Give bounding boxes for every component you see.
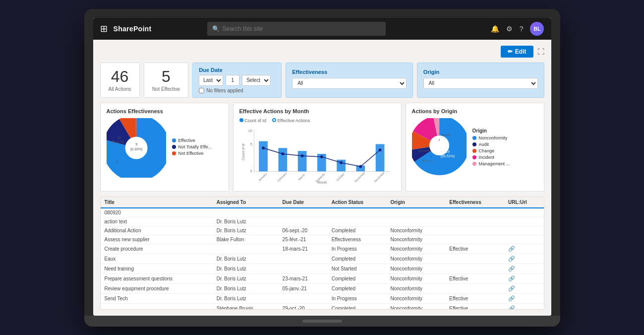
origin-legend-title: Origin: [472, 128, 510, 134]
col-title[interactable]: Title: [101, 197, 213, 208]
laptop-screen: ⊞ SharePoint 🔍 🔔 ⚙ ? BL ✏ Edit ⛶: [93, 18, 551, 316]
pie-right-title: Actions by Origin: [412, 108, 538, 114]
search-bar[interactable]: 🔍: [207, 22, 386, 36]
cell-effectiveness: Effective: [445, 244, 504, 254]
pie-left-title: Actions Effectiveness: [107, 108, 223, 114]
cell-title: Eaux: [101, 254, 213, 264]
svg-text:0: 0: [250, 169, 252, 173]
cell-due: 25-févr.-21: [279, 235, 328, 244]
cell-effectiveness: [445, 208, 504, 217]
edit-label: Edit: [515, 48, 527, 55]
cell-status: Completed: [328, 303, 387, 310]
table-row: Eaux Dr. Boris Lutz Completed Nonconform…: [101, 254, 544, 264]
table-row: Need training Dr. Boris Lutz Not Started…: [101, 264, 544, 273]
svg-text:January: January: [258, 172, 267, 182]
cell-status: Completed: [328, 254, 387, 264]
avatar[interactable]: BL: [530, 22, 544, 36]
col-url[interactable]: URL:Url: [504, 197, 543, 208]
svg-rect-20: [375, 144, 384, 171]
bar-chart-legend: Count of Id Effective Actions: [239, 118, 395, 123]
expand-icon[interactable]: ⛶: [537, 48, 544, 56]
due-date-value-input[interactable]: [226, 75, 239, 86]
table-row: Assess new supplier Blake Fulton 25-févr…: [101, 235, 544, 244]
origin-select[interactable]: All: [423, 78, 538, 89]
cell-status: Completed: [328, 273, 387, 283]
cell-due: [279, 264, 328, 273]
cell-effectiveness: [445, 226, 504, 235]
col-status[interactable]: Action Status: [328, 197, 387, 208]
svg-text:November: November: [354, 171, 365, 182]
col-effectiveness[interactable]: Effectiveness: [445, 197, 504, 208]
link-icon[interactable]: 🔗: [508, 295, 515, 301]
pie-right-container: 2 (6.9%) 3 (10.34%) 4 (13.7...) 19 (65.5…: [412, 118, 538, 178]
cell-assigned: Dr. Boris Lutz: [213, 293, 279, 303]
col-assigned[interactable]: Assigned To: [213, 197, 279, 208]
cell-due: 05-janv.-21: [279, 283, 328, 293]
cell-title: Additional Action: [101, 226, 213, 235]
link-icon[interactable]: 🔗: [508, 305, 515, 310]
legend-not-effective: Not Effective: [172, 151, 212, 156]
cell-assigned: Dr. Boris Lutz: [213, 254, 279, 264]
cell-assigned: Dr. Boris Lutz: [213, 273, 279, 283]
due-date-period-select[interactable]: Select: [242, 75, 271, 86]
cell-status: Completed: [328, 283, 387, 293]
due-date-filter: Due Date Last Select No filters applied: [192, 63, 282, 98]
cell-due: 06-sept.-20: [279, 226, 328, 235]
svg-point-24: [320, 155, 323, 158]
table-row: Review equipment procedure Dr. Boris Lut…: [101, 283, 544, 293]
help-icon[interactable]: ?: [520, 25, 524, 33]
table-row: Create procedure 18-mars-21 In Progress …: [101, 244, 544, 254]
due-date-select[interactable]: Last: [199, 75, 223, 86]
pie-right-svg: 2 (6.9%) 3 (10.34%) 4 (13.7...) 19 (65.5…: [412, 118, 467, 178]
link-icon[interactable]: 🔗: [508, 285, 515, 291]
col-origin[interactable]: Origin: [386, 197, 445, 208]
pie-right-legend: Origin Nonconformity Audit: [472, 128, 510, 168]
charts-row: Actions Effectiveness 3 (8.33%) 2: [100, 103, 544, 192]
laptop-base: [84, 316, 560, 327]
cell-origin: [386, 217, 445, 226]
table-row: Prepare assessment questions Dr. Boris L…: [101, 273, 544, 283]
cell-url: 🔗: [504, 254, 543, 264]
search-input[interactable]: [223, 25, 381, 32]
cell-url: [504, 217, 543, 226]
all-actions-number: 46: [111, 68, 129, 84]
col-due[interactable]: Due Date: [279, 197, 328, 208]
cell-title: Assess new supplier: [101, 235, 213, 244]
cell-assigned: Blake Fulton: [213, 235, 279, 244]
edit-pencil-icon: ✏: [508, 48, 513, 55]
legend-change: Change: [472, 148, 510, 153]
bar-chart-card: Effective Actions by Month Count of Id E…: [233, 103, 402, 192]
svg-text:(6.9%): (6.9%): [441, 134, 450, 136]
settings-icon[interactable]: ⚙: [506, 25, 513, 33]
effectiveness-select[interactable]: All: [292, 78, 407, 89]
main-content: ✏ Edit ⛶ 46 All Actions 5 Not Effective: [93, 40, 551, 316]
no-filters-checkbox[interactable]: [199, 88, 204, 93]
legend-incident: Incident: [472, 155, 510, 160]
link-icon[interactable]: 🔗: [508, 266, 515, 271]
link-icon[interactable]: 🔗: [508, 256, 515, 262]
svg-point-23: [300, 154, 303, 157]
cell-title: Create procedure: [101, 244, 213, 254]
svg-rect-16: [297, 151, 306, 171]
cell-origin: Nonconformity: [386, 293, 445, 303]
data-table: Title Assigned To Due Date Action Status…: [101, 197, 544, 310]
link-icon[interactable]: 🔗: [508, 246, 515, 252]
cell-due: [279, 217, 328, 226]
cell-status: [328, 217, 387, 226]
cell-url: 🔗: [504, 293, 543, 303]
waffle-icon[interactable]: ⊞: [100, 23, 108, 34]
link-icon[interactable]: 🔗: [508, 275, 515, 281]
cell-origin: Nonconformity: [386, 235, 445, 244]
svg-text:October: October: [336, 172, 345, 182]
not-effective-number: 5: [162, 68, 171, 84]
pie-left-svg: 3 (8.33%) 2 19 (79.17%): [107, 118, 166, 178]
cell-origin: Nonconformity: [386, 264, 445, 273]
cell-title: Need training: [101, 264, 213, 273]
cell-due: [279, 293, 328, 303]
cell-due: 18-mars-21: [279, 244, 328, 254]
bell-icon[interactable]: 🔔: [491, 25, 499, 33]
svg-rect-15: [278, 148, 287, 171]
legend-effective: Effective: [172, 138, 212, 143]
edit-button[interactable]: ✏ Edit: [501, 46, 533, 58]
cell-origin: Nonconformity: [386, 254, 445, 264]
